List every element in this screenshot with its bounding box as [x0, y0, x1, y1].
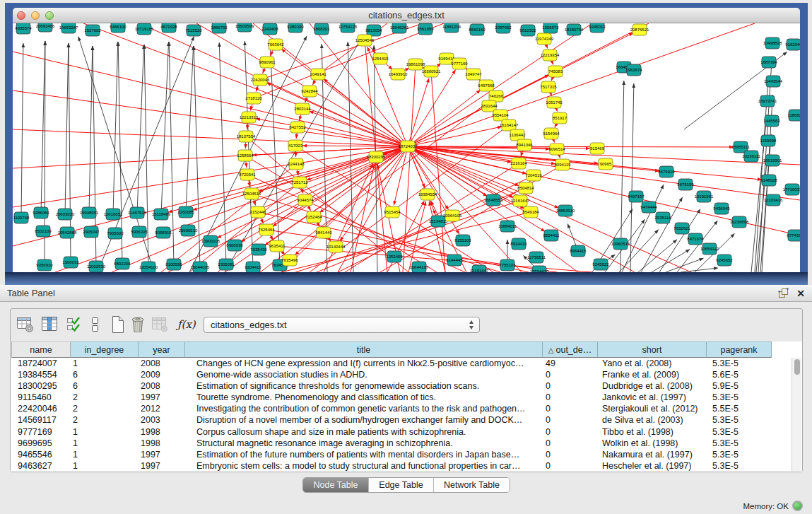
table-row[interactable]: 969969511998Structural magnetic resonanc…: [11, 438, 802, 449]
graph-node-label: 9561059: [417, 27, 434, 31]
graph-node-label: 6906038: [226, 243, 243, 247]
cell-short: Wolkin et al. (1998): [598, 438, 707, 449]
cell-out-degree: 0: [543, 392, 598, 403]
sort-ascending-icon: △: [548, 346, 554, 354]
graph-node-label: 10653287: [59, 25, 78, 30]
table-row[interactable]: 1938455462009Genome-wide association stu…: [11, 369, 802, 380]
graph-node-label: 2831644: [481, 104, 498, 108]
cell-name: 18724007: [11, 358, 71, 369]
cell-name: 9463627: [11, 460, 71, 472]
column-header-pagerank[interactable]: pagerank: [707, 341, 772, 358]
graph-node-label: 10644107: [410, 265, 429, 269]
graph-edge: [630, 83, 634, 272]
graph-node-label: 9554104: [492, 113, 509, 117]
graph-node-label: 417003: [288, 144, 303, 148]
table-selector-dropdown[interactable]: citations_edges.txt: [204, 317, 480, 333]
tab-node-table[interactable]: Node Table: [303, 478, 368, 492]
cell-title: Disruption of a novel member of a sodium…: [185, 414, 543, 426]
column-header-out-degree[interactable]: △out_de…: [543, 341, 598, 358]
import-table-icon[interactable]: [66, 315, 83, 334]
graph-node-label: 1159598: [760, 139, 777, 143]
column-header-short[interactable]: short: [598, 341, 707, 358]
graph-node-label: 8471676: [687, 237, 704, 241]
column-header-name[interactable]: name: [11, 341, 71, 358]
table-row[interactable]: 1830029562008Estimation of significance …: [11, 380, 802, 392]
graph-node-label: 6497568: [478, 83, 495, 88]
function-builder-icon[interactable]: ƒ(x): [177, 318, 196, 331]
scrollbar-thumb[interactable]: [794, 359, 800, 375]
cell-short: Tibbo et al. (1998): [598, 426, 707, 438]
graph-node-label: 1868201: [313, 27, 330, 31]
graph-node-label: 8100530: [165, 262, 182, 267]
graph-node-label: 9679199: [677, 182, 694, 187]
edge-arrowhead: [686, 250, 690, 253]
column-header-title[interactable]: title: [185, 341, 543, 358]
memory-ok-icon: [792, 501, 803, 511]
table-row[interactable]: 977716911998Corpus callosum shape and si…: [11, 426, 802, 438]
network-canvas[interactable]: 4035574206914061065328715276026466100107…: [13, 23, 800, 272]
graph-edge: [348, 42, 353, 272]
graph-node-label: 10191961: [695, 194, 714, 199]
graph-node-label: 9474444: [640, 205, 657, 209]
table-row[interactable]: 946362711997Embryonic stem cells: a mode…: [11, 460, 802, 472]
graph-edge: [113, 42, 118, 214]
column-header-year[interactable]: year: [139, 341, 185, 358]
column-pair-icon[interactable]: [90, 315, 100, 334]
edge-arrowhead: [307, 206, 311, 211]
table-row[interactable]: 946554611997Estimation of the future num…: [11, 449, 802, 460]
edge-arrowhead: [456, 230, 459, 234]
cell-year: 2008: [139, 358, 185, 369]
graph-node-label: 1258564: [237, 153, 254, 158]
graph-node-label: 9044574: [297, 198, 314, 202]
cell-year: 2012: [139, 403, 185, 414]
cell-name: 9115460: [11, 392, 71, 403]
cell-out-degree: 49: [543, 358, 598, 369]
tab-network-table[interactable]: Network Table: [433, 478, 510, 492]
graph-node-label: 8964415: [570, 249, 587, 253]
cell-title: Structural magnetic resonance image aver…: [185, 438, 543, 449]
column-header-out-degree-label: out_de…: [555, 345, 592, 355]
table-row[interactable]: 1456911722003Disruption of a novel membe…: [11, 414, 802, 426]
close-panel-icon[interactable]: ✕: [796, 288, 805, 298]
edge-arrowhead: [250, 106, 254, 110]
graph-node-label: 9242844: [301, 89, 318, 93]
edge-arrowhead: [452, 69, 455, 74]
cell-year: 2009: [139, 369, 185, 380]
graph-node-label: 9280300: [287, 25, 304, 29]
edge-arrowhead: [312, 81, 316, 85]
table-row[interactable]: 1872400712008Changes of HCN gene express…: [11, 358, 802, 369]
cell-year: 1997: [139, 449, 185, 460]
graph-node-label: 15955111: [731, 145, 750, 149]
graph-node-label: 7635430: [250, 247, 267, 252]
graph-node-label: 8660160: [469, 28, 486, 32]
cell-year: 1997: [139, 392, 185, 403]
edge-arrowhead: [641, 219, 645, 223]
cell-in-degree: 6: [71, 369, 139, 380]
tab-edge-table[interactable]: Edge Table: [368, 478, 433, 492]
graph-node-label: 9635411: [269, 244, 286, 248]
graph-edge: [403, 64, 416, 272]
edge-arrowhead: [679, 197, 683, 201]
window-titlebar[interactable]: citations_edges.txt: [13, 8, 800, 23]
graph-node-label: 2243408: [261, 27, 278, 31]
cell-name: 9699695: [11, 438, 71, 449]
float-panel-icon[interactable]: [778, 288, 789, 298]
column-header-in-degree[interactable]: in_degree: [71, 341, 139, 358]
new-table-icon[interactable]: [109, 315, 127, 334]
graph-node-label: 12103416: [764, 198, 783, 202]
edge-arrowhead: [245, 163, 248, 168]
table-row[interactable]: 911546021997Tourette syndrome. Phenomeno…: [11, 392, 802, 403]
table-settings-icon[interactable]: [16, 315, 35, 334]
vertical-scrollbar[interactable]: [792, 358, 801, 471]
cell-in-degree: 1: [71, 358, 139, 369]
graph-node-label: 10960515: [611, 242, 630, 246]
edge-arrowhead: [270, 52, 273, 56]
show-columns-icon[interactable]: [41, 315, 59, 334]
graph-node-label: 8427552: [289, 125, 306, 129]
graph-node-label: 2087652: [495, 25, 512, 30]
graph-node-label: 20691406: [36, 24, 55, 28]
edge-arrowhead: [294, 153, 298, 157]
edge-arrowhead: [506, 240, 510, 244]
table-row[interactable]: 2242004622012Investigating the contribut…: [11, 403, 802, 414]
delete-table-icon[interactable]: [129, 315, 148, 334]
